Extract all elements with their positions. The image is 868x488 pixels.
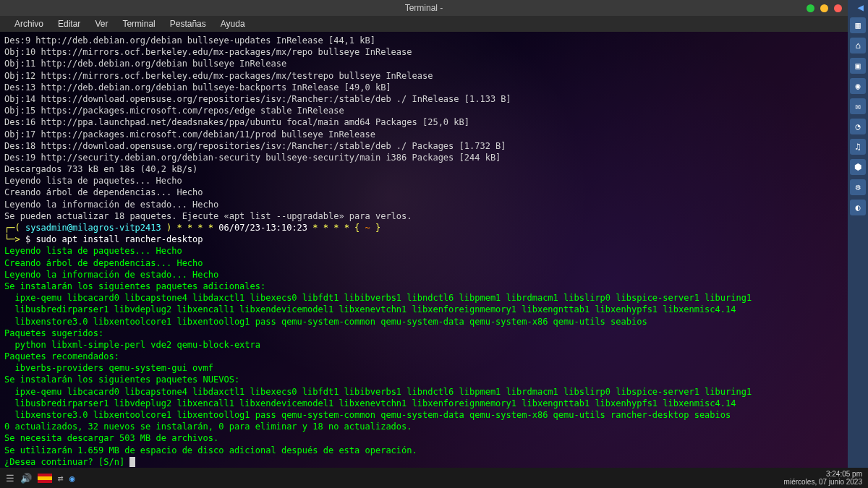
cursor — [129, 457, 135, 467]
menu-edit[interactable]: Editar — [51, 17, 88, 30]
output-line: Obj:12 https://mirrors.ocf.berkeley.edu/… — [4, 70, 843, 82]
volume-icon[interactable]: 🔊 — [20, 473, 32, 484]
output-line: Leyendo lista de paquetes... Hecho — [4, 245, 843, 257]
output-line: python libxml-simple-perl vde2 qemu-bloc… — [4, 339, 843, 351]
output-line: Descargados 733 kB en 18s (40,2 kB/s) — [4, 163, 843, 175]
command-line: └─> $ sudo apt install rancher-desktop — [4, 234, 843, 245]
output-line: libxenstore3.0 libxentoolcore1 libxentoo… — [4, 316, 843, 328]
output-line: Leyendo la información de estado... Hech… — [4, 269, 843, 281]
output-line: Creando árbol de dependencias... Hecho — [4, 187, 843, 198]
minimize-button[interactable] — [807, 4, 814, 12]
output-line: Obj:11 http://deb.debian.org/debian bull… — [4, 58, 843, 69]
output-line: Paquetes recomendados: — [4, 351, 843, 362]
terminal-window: Terminal - Archivo Editar Ver Terminal P… — [0, 0, 848, 468]
menu-file[interactable]: Archivo — [7, 17, 51, 30]
output-line: libusbredirparser1 libvdeplug2 libxencal… — [4, 304, 843, 315]
dock-app-icon[interactable]: ⬢ — [850, 159, 866, 175]
output-line: Des:18 https://download.opensuse.org/rep… — [4, 140, 843, 152]
keyboard-layout-flag[interactable] — [38, 474, 52, 483]
menubar: Archivo Editar Ver Terminal Pestañas Ayu… — [0, 16, 848, 32]
dock-app-icon[interactable]: ⚙ — [850, 179, 866, 195]
taskbar: ☰ 🔊 ⇄ ◉ 3:24:05 pm miércoles, 07 junio 2… — [0, 468, 868, 488]
output-line: Se instalarán los siguientes paquetes NU… — [4, 374, 843, 385]
output-line: Se instalarán los siguientes paquetes ad… — [4, 281, 843, 292]
dock-app-icon[interactable]: ⌂ — [850, 38, 866, 53]
panel-toggle-icon[interactable]: ◀ — [858, 1, 864, 13]
menu-icon[interactable]: ☰ — [6, 473, 14, 484]
menu-view[interactable]: Ver — [88, 17, 115, 30]
output-line: Des:9 http://deb.debian.org/debian bulls… — [4, 35, 843, 46]
prompt-continue: ¿Desea continuar? [S/n] — [4, 456, 843, 468]
output-line: Obj:10 https://mirrors.ocf.berkeley.edu/… — [4, 46, 843, 58]
dock-app-icon[interactable]: ◉ — [850, 78, 866, 94]
terminal-output[interactable]: Des:9 http://deb.debian.org/debian bulls… — [0, 32, 848, 468]
output-line: Paquetes sugeridos: — [4, 328, 843, 339]
output-line: Des:19 http://security.debian.org/debian… — [4, 152, 843, 163]
output-line: ipxe-qemu libcacard0 libcapstone4 libdax… — [4, 386, 843, 398]
dock-app-icon[interactable]: ◔ — [850, 119, 866, 134]
clock[interactable]: 3:24:05 pm miércoles, 07 junio 2023 — [784, 470, 862, 486]
output-line: Se utilizarán 1.659 MB de espacio de dis… — [4, 445, 843, 456]
menu-help[interactable]: Ayuda — [213, 17, 252, 30]
output-line: 0 actualizados, 32 nuevos se instalarán,… — [4, 421, 843, 432]
clock-date: miércoles, 07 junio 2023 — [784, 478, 862, 486]
output-line: Obj:14 https://download.opensuse.org/rep… — [4, 93, 843, 105]
output-line: Leyendo lista de paquetes... Hecho — [4, 175, 843, 187]
output-line: Des:16 http://ppa.launchpad.net/deadsnak… — [4, 116, 843, 128]
output-line: Leyendo la información de estado... Hech… — [4, 199, 843, 210]
output-line: Se pueden actualizar 18 paquetes. Ejecut… — [4, 210, 843, 222]
clock-time: 3:24:05 pm — [826, 470, 862, 478]
output-line: libusbredirparser1 libvdeplug2 libxencal… — [4, 398, 843, 409]
dock-app-icon[interactable]: ▦ — [850, 17, 866, 33]
output-line: Des:13 http://deb.debian.org/debian bull… — [4, 82, 843, 93]
maximize-button[interactable] — [820, 4, 828, 12]
close-button[interactable] — [834, 4, 842, 12]
output-line: libxenstore3.0 libxentoolcore1 libxentoo… — [4, 409, 843, 421]
right-dock: ▦ ⌂ ▣ ◉ ✉ ◔ ♫ ⬢ ⚙ ◐ — [848, 0, 868, 468]
output-line: Obj:15 https://packages.microsoft.com/re… — [4, 105, 843, 116]
window-title: Terminal - — [405, 3, 443, 13]
prompt-line: ┌─( sysadmin@milagros-vitp2413 ) * * * *… — [4, 222, 843, 234]
output-line: Creando árbol de dependencias... Hecho — [4, 257, 843, 269]
dock-app-icon[interactable]: ◐ — [850, 200, 866, 215]
output-line: Obj:17 https://packages.microsoft.com/de… — [4, 129, 843, 140]
output-line: Se necesita descargar 503 MB de archivos… — [4, 432, 843, 444]
dock-app-icon[interactable]: ▣ — [850, 58, 866, 74]
dock-app-icon[interactable]: ♫ — [850, 139, 866, 155]
menu-terminal[interactable]: Terminal — [115, 17, 162, 30]
output-line: ipxe-qemu libcacard0 libcapstone4 libdax… — [4, 292, 843, 304]
menu-tabs[interactable]: Pestañas — [163, 17, 213, 30]
dock-app-icon[interactable]: ✉ — [850, 98, 866, 114]
titlebar: Terminal - — [0, 0, 848, 16]
app-indicator-icon[interactable]: ◉ — [69, 473, 75, 484]
network-icon[interactable]: ⇄ — [58, 473, 64, 484]
output-line: ibverbs-providers qemu-system-gui ovmf — [4, 362, 843, 374]
